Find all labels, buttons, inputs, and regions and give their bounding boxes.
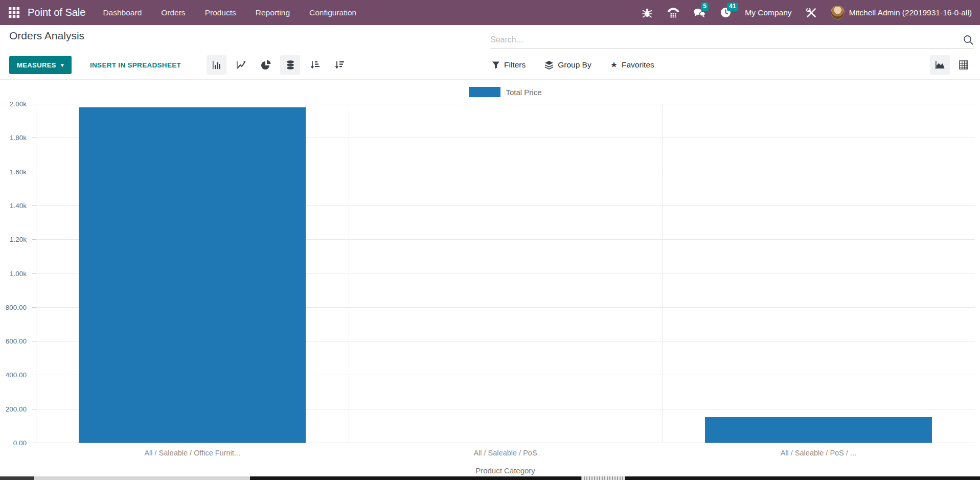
bug-icon (642, 7, 653, 18)
y-tick-mark (32, 273, 36, 274)
measures-button[interactable]: MEASURES ▾ (9, 56, 72, 74)
x-axis-labels: All / Saleable / Office Furnit...All / S… (36, 449, 975, 459)
filter-funnel-icon (492, 61, 500, 69)
y-tick-mark (32, 104, 36, 104)
bar-chart-button[interactable] (207, 55, 226, 75)
search-options: Filters Group By ★ Favorites (492, 55, 654, 75)
pie-chart-button[interactable] (256, 55, 276, 75)
stacked-database-icon (285, 60, 295, 70)
bar-chart-icon (212, 60, 222, 70)
stacked-toggle-button[interactable] (280, 55, 300, 75)
y-tick-mark (32, 375, 36, 375)
y-tick-mark (32, 205, 36, 206)
x-category-label: All / Saleable / PoS (349, 449, 662, 457)
layers-icon (544, 60, 554, 70)
debug-bug-button[interactable] (641, 6, 654, 19)
y-tick-label: 600.00 (0, 337, 27, 345)
user-name: Mitchell Admin (22019931-16-0-all) (849, 8, 972, 17)
navbar-systray: 5 41 My Company Mitchell Adm (641, 6, 972, 19)
sort-ascending-icon (310, 60, 320, 70)
y-tick-mark (32, 443, 36, 443)
insert-in-spreadsheet-label: INSERT IN SPREADSHEET (90, 61, 181, 69)
apps-grid-icon (8, 7, 20, 18)
x-axis-title: Product Category (36, 466, 975, 475)
bar-total-price[interactable] (705, 417, 932, 443)
y-tick-label: 2.00k (0, 100, 27, 108)
bar-total-price[interactable] (79, 107, 306, 443)
insert-in-spreadsheet-button[interactable]: INSERT IN SPREADSHEET (90, 56, 181, 74)
favorites-button[interactable]: ★ Favorites (610, 60, 654, 70)
y-tick-label: 800.00 (0, 303, 27, 311)
filters-button[interactable]: Filters (492, 60, 526, 70)
support-tools-button[interactable] (805, 6, 818, 19)
search-icon[interactable] (963, 34, 974, 45)
apps-menu-button[interactable] (6, 5, 21, 20)
group-by-button[interactable]: Group By (544, 60, 591, 70)
legend-swatch-total-price[interactable] (469, 87, 500, 97)
graph-view-button[interactable] (930, 55, 950, 75)
pivot-table-icon (959, 60, 969, 70)
app-brand[interactable]: Point of Sale (28, 7, 85, 18)
y-axis-line (36, 104, 36, 445)
gridline-horizontal (36, 443, 975, 443)
plot-area (36, 104, 975, 443)
line-chart-button[interactable] (231, 55, 251, 75)
group-by-label: Group By (558, 60, 591, 70)
y-tick-mark (32, 172, 36, 172)
sort-descending-icon (334, 60, 345, 70)
company-switcher[interactable]: My Company (745, 8, 791, 17)
y-axis: 2.00k1.80k1.60k1.40k1.20k1.00k800.00600.… (0, 104, 32, 443)
tools-icon (806, 7, 817, 18)
menu-item-products[interactable]: Products (205, 8, 236, 17)
y-tick-mark (32, 138, 36, 138)
y-tick-label: 1.20k (0, 236, 27, 243)
scrollbar-thumb[interactable] (34, 476, 250, 480)
messages-button[interactable]: 5 (693, 6, 706, 19)
activities-count-badge: 41 (727, 3, 738, 11)
search-input[interactable] (490, 35, 963, 44)
y-tick-label: 400.00 (0, 371, 27, 379)
legend-label: Total Price (506, 88, 541, 97)
x-category-label: All / Saleable / Office Furnit... (36, 449, 349, 457)
top-navbar: Point of Sale DashboardOrdersProductsRep… (0, 0, 980, 25)
x-category-label: All / Saleable / PoS / ... (662, 449, 975, 457)
y-tick-label: 0.00 (0, 439, 27, 447)
y-tick-label: 1.40k (0, 201, 27, 209)
control-panel-buttons: MEASURES ▾ INSERT IN SPREADSHEET (0, 55, 980, 75)
measures-label: MEASURES (17, 61, 56, 69)
gridline-vertical (662, 104, 663, 443)
filters-label: Filters (504, 60, 526, 70)
sort-ascending-button[interactable] (305, 55, 325, 75)
menu-item-orders[interactable]: Orders (161, 8, 185, 17)
menu-item-configuration[interactable]: Configuration (309, 8, 356, 17)
star-icon: ★ (610, 61, 618, 69)
y-tick-mark (32, 307, 36, 308)
orders-analysis-chart: Total Price 2.00k1.80k1.60k1.40k1.20k1.0… (0, 80, 980, 476)
menu-item-reporting[interactable]: Reporting (256, 8, 290, 17)
scrollbar-segment-dark (0, 476, 34, 480)
messages-count-badge: 5 (701, 3, 709, 11)
gridline-vertical (349, 104, 349, 443)
user-menu[interactable]: Mitchell Admin (22019931-16-0-all) (831, 6, 972, 19)
y-tick-label: 1.00k (0, 269, 27, 277)
activities-button[interactable]: 41 (719, 6, 732, 19)
chart-legend: Total Price (36, 87, 975, 97)
favorites-label: Favorites (622, 60, 654, 70)
gridline-horizontal (36, 104, 975, 104)
user-avatar (831, 6, 845, 19)
menu-item-dashboard[interactable]: Dashboard (103, 8, 142, 17)
area-chart-icon (935, 60, 946, 70)
bottom-scrollbar[interactable] (0, 476, 980, 480)
y-tick-mark (32, 341, 36, 341)
pivot-view-button[interactable] (953, 55, 973, 75)
search-bar (490, 32, 974, 49)
y-tick-mark (32, 239, 36, 240)
y-tick-label: 1.80k (0, 134, 27, 142)
y-tick-mark (32, 409, 36, 409)
voip-dialer-button[interactable] (667, 6, 680, 19)
navbar-menu: DashboardOrdersProductsReportingConfigur… (103, 8, 356, 17)
control-panel: Orders Analysis MEASURES ▾ INSERT IN SPR… (0, 25, 980, 80)
y-tick-label: 200.00 (0, 405, 27, 413)
sort-descending-button[interactable] (329, 55, 349, 75)
view-switcher (930, 55, 973, 75)
